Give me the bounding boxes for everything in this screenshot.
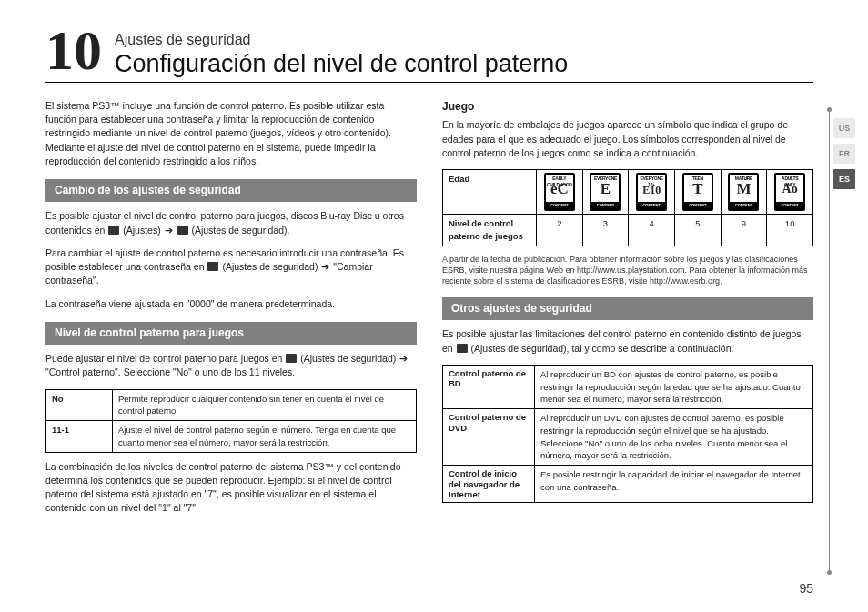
rating-icon-ec: EARLY CHILDHOODeCCONTENT RATED BY ESRB (544, 173, 575, 211)
security-icon (177, 226, 188, 235)
ratings-footnote: A partir de la fecha de publicación. Par… (442, 254, 813, 286)
intro-text: El sistema PS3™ incluye una función de c… (45, 99, 417, 168)
lang-tab-es[interactable]: ES (833, 169, 855, 189)
table-row: Control paterno de DVD Al reproducir un … (443, 409, 813, 466)
juego-text: En la mayoría de embalajes de juegos apa… (442, 118, 813, 160)
lang-tab-fr[interactable]: FR (833, 144, 855, 164)
page-title: Configuración del nivel de control pater… (115, 50, 813, 78)
table-row: No Permite reproducir cualquier contenid… (46, 389, 417, 421)
security-icon (457, 344, 468, 353)
sect3-p: Es posible ajustar las limitaciones del … (442, 327, 813, 355)
other-settings-table: Control paterno de BD Al reproducir un B… (442, 365, 813, 504)
sect1-p3: La contraseña viene ajustada en "0000" d… (45, 297, 417, 311)
sect2-p2: La combinación de los niveles de control… (45, 460, 417, 516)
sect1-p1: Es posible ajustar el nivel de control p… (45, 209, 417, 236)
rating-icon-e: EVERYONEECONTENT RATED BY ESRB (590, 173, 621, 211)
rating-icon-e10: EVERYONE 10+E10CONTENT RATED BY ESRB (636, 173, 667, 211)
juego-heading: Juego (442, 99, 813, 115)
rating-icon-m: MATUREMCONTENT RATED BY ESRB (728, 173, 759, 211)
levels-table: No Permite reproducir cualquier contenid… (45, 389, 417, 453)
section-heading-nivel: Nivel de control paterno para juegos (45, 322, 417, 345)
settings-icon (108, 226, 119, 235)
arrow-icon: ➔ (399, 352, 408, 366)
security-icon (286, 354, 297, 363)
lang-tab-us[interactable]: US (833, 118, 855, 138)
table-row: Control paterno de BD Al reproducir un B… (443, 365, 813, 408)
table-row: Control de inicio del navegador de Inter… (443, 466, 813, 503)
table-row: 11-1 Ajuste el nivel de control paterno … (46, 421, 417, 453)
rating-icon-ao: ADULTS ONLYAoCONTENT RATED BY ESRB (774, 173, 805, 211)
section-heading-cambio: Cambio de los ajustes de seguridad (45, 179, 417, 202)
sect2-p1: Puede ajustar el nivel de control patern… (45, 352, 417, 379)
right-column: Juego En la mayoría de embalajes de jueg… (442, 99, 813, 525)
left-column: El sistema PS3™ incluye una función de c… (45, 99, 417, 525)
page-header: 10 Ajustes de seguridad Configuración de… (45, 22, 813, 83)
table-row: Edad EARLY CHILDHOODeCCONTENT RATED BY E… (443, 170, 813, 215)
arrow-icon: ➔ (321, 260, 329, 274)
sect1-p2: Para cambiar el ajuste de control patern… (45, 246, 417, 288)
side-rule (829, 109, 830, 573)
rating-icon-t: TEENTCONTENT RATED BY ESRB (682, 173, 713, 211)
page-number: 95 (799, 581, 813, 596)
ratings-table: Edad EARLY CHILDHOODeCCONTENT RATED BY E… (442, 169, 813, 246)
table-row: Nivel de control paterno de juegos 2 3 4… (443, 215, 813, 246)
kicker: Ajustes de seguridad (115, 32, 813, 48)
arrow-icon: ➔ (165, 224, 173, 237)
section-heading-otros: Otros ajustes de seguridad (442, 297, 813, 320)
chapter-number: 10 (45, 22, 102, 78)
security-icon (207, 262, 218, 271)
language-tabs: US FR ES (833, 118, 855, 189)
